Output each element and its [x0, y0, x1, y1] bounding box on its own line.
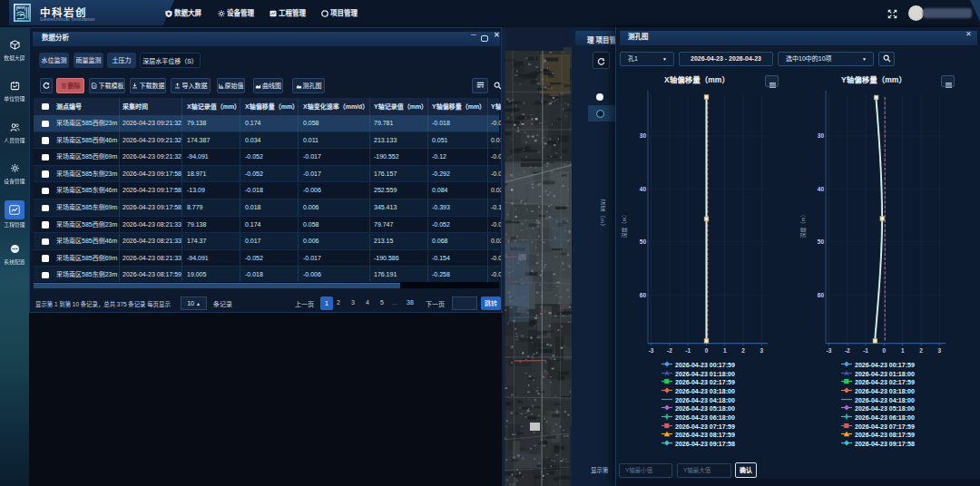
svg-text:1: 1	[901, 347, 905, 354]
svg-text:-1: -1	[685, 347, 691, 354]
svg-text:50: 50	[818, 238, 825, 245]
svg-text:40: 40	[640, 186, 647, 192]
svg-text:50: 50	[640, 238, 647, 245]
svg-text:1: 1	[723, 347, 727, 354]
svg-text:3: 3	[937, 347, 941, 354]
svg-text:-3: -3	[649, 347, 654, 354]
svg-text:-3: -3	[827, 347, 832, 354]
svg-text:3: 3	[760, 347, 764, 354]
svg-text:2: 2	[741, 347, 745, 354]
svg-text:60: 60	[818, 292, 825, 298]
svg-text:0: 0	[883, 347, 887, 354]
svg-text:深度（m）: 深度（m）	[799, 212, 807, 238]
svg-text:0: 0	[705, 347, 709, 354]
svg-text:60: 60	[640, 292, 647, 298]
svg-text:深度（m）: 深度（m）	[621, 212, 628, 238]
svg-text:-2: -2	[845, 347, 850, 354]
svg-text:-2: -2	[667, 347, 672, 354]
svg-text:-1: -1	[863, 347, 868, 354]
svg-text:30: 30	[818, 132, 825, 139]
svg-text:2: 2	[919, 347, 923, 354]
svg-text:30: 30	[640, 132, 647, 139]
svg-text:40: 40	[818, 186, 825, 192]
